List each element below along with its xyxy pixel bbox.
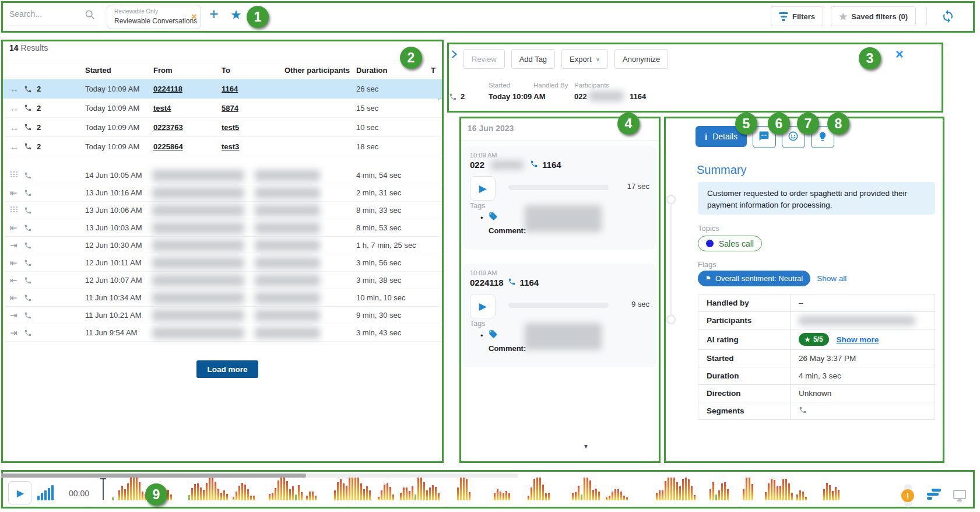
table-row[interactable]: ⇤ 13 Jun 10:16 AM 2 min, 31 sec (3, 184, 442, 202)
waveform-bar (301, 492, 303, 500)
cell-duration: 1 h, 7 min, 25 sec (356, 237, 416, 254)
column-header-duration[interactable]: Duration (356, 61, 387, 79)
table-row[interactable]: ⇤ 12 Jun 10:07 AM 3 min, 38 sec (3, 272, 442, 289)
tab-details-label: Details (712, 132, 737, 141)
divider-handle[interactable] (666, 195, 676, 204)
waveform-bar (575, 492, 577, 500)
export-button[interactable]: Export ∨ (561, 49, 608, 69)
table-row[interactable]: ↔ 2 Today 10:09 AMtest4 587415 sec (3, 99, 442, 118)
player-play-button[interactable]: ▶ (8, 481, 31, 504)
call-card[interactable]: 10:09 AM 0224118 1164 ▶ 9 sec Tags • Com… (463, 264, 656, 367)
table-row[interactable]: ⇤ 12 Jun 10:11 AM 3 min, 56 sec (3, 254, 442, 272)
waveform-bar-green (415, 495, 416, 500)
waveform-bar (400, 493, 402, 500)
phone-icon (24, 99, 32, 117)
divider-handle[interactable] (666, 315, 676, 324)
search-input[interactable]: Search... (9, 9, 98, 26)
favorite-star-icon[interactable]: ★ (230, 8, 242, 23)
volume-icon[interactable] (37, 485, 55, 500)
filters-button[interactable]: Filters (771, 6, 823, 26)
column-header-to[interactable]: To (222, 61, 230, 79)
segments-view-icon[interactable] (927, 489, 943, 502)
waveform-bar (533, 479, 535, 500)
direction-multi-icon (10, 205, 19, 215)
cell-to-blurred (255, 170, 320, 181)
waveform-bar (457, 488, 459, 500)
cell-from-link[interactable]: test4 (153, 99, 171, 117)
segment-count: 2 (37, 118, 41, 136)
waveform-bar (802, 492, 804, 500)
topics-label: Topics (698, 224, 719, 233)
call-progress-track[interactable] (508, 185, 609, 190)
cell-to-link[interactable]: test3 (222, 137, 239, 156)
add-filter-icon[interactable]: + (209, 5, 219, 23)
show-all-link[interactable]: Show all (817, 274, 846, 283)
waveform-bar (343, 483, 345, 500)
column-header-truncated[interactable]: T (431, 61, 435, 79)
column-header-started[interactable]: Started (85, 61, 111, 79)
waveform-bar (312, 492, 314, 500)
waveform-bar (275, 488, 276, 500)
waveform-bar (799, 490, 801, 500)
waveform-bar (133, 478, 135, 500)
waveform-bar (466, 479, 468, 500)
table-row[interactable]: ↔ 2 Today 10:09 AM0223763 test510 sec (3, 118, 442, 137)
call-card[interactable]: 10:09 AM 022 1164 ▶ 17 sec Tags • Commen… (463, 146, 656, 250)
table-row[interactable]: ⇥ 11 Jun 10:21 AM 9 min, 30 sec (3, 307, 442, 324)
tag-comment-blurred (525, 205, 602, 232)
table-row[interactable]: ↔ 2 Today 10:09 AM0225864 test318 sec (3, 137, 442, 156)
refresh-icon[interactable] (941, 9, 955, 25)
chip-clear-icon[interactable]: × (191, 11, 197, 23)
call-play-button[interactable]: ▶ (470, 176, 496, 201)
table-row[interactable]: ⇤ 13 Jun 10:03 AM 8 min, 53 sec (3, 219, 442, 237)
cell-to-link[interactable]: 1164 (222, 79, 238, 99)
collapse-arrow-icon[interactable]: ▼ (583, 443, 589, 450)
show-more-link[interactable]: Show more (837, 335, 879, 344)
column-header-other[interactable]: Other participants (284, 61, 350, 79)
cell-duration: 9 min, 30 sec (356, 307, 401, 324)
table-row[interactable]: ⇤ 11 Jun 10:34 AM 10 min, 10 sec (3, 289, 442, 307)
saved-filters-button[interactable]: ★ Saved filters (0) (831, 6, 916, 26)
call-progress-track[interactable] (508, 303, 609, 308)
waveform-bar (244, 485, 246, 500)
waveform-bar (292, 486, 294, 500)
add-tag-button[interactable]: Add Tag (511, 49, 555, 69)
waveform-bar (130, 478, 132, 500)
cell-from-link[interactable]: 0223763 (153, 118, 183, 136)
anonymize-button[interactable]: Anonymize (614, 49, 668, 69)
waveform[interactable] (107, 478, 886, 500)
expand-chevron-icon[interactable] (448, 48, 460, 62)
close-icon[interactable]: × (895, 47, 903, 62)
horizontal-scrollbar-thumb[interactable] (1, 474, 306, 478)
table-row[interactable]: ↔ 2 Today 10:09 AM0224118 116426 sec (3, 79, 442, 99)
table-row[interactable]: 14 Jun 10:05 AM 4 min, 54 sec (3, 167, 442, 184)
cell-duration: 2 min, 31 sec (356, 184, 401, 201)
waveform-bar (409, 491, 410, 500)
cell-from-link[interactable]: 0224118 (153, 79, 182, 99)
warning-icon[interactable]: ! (901, 489, 914, 502)
column-header-from[interactable]: From (153, 61, 173, 79)
phone-icon (24, 202, 32, 219)
table-row[interactable]: ⇥ 12 Jun 10:30 AM 1 h, 7 min, 25 sec (3, 237, 442, 254)
waveform-bar (286, 481, 288, 500)
cell-to-link[interactable]: 5874 (222, 99, 238, 117)
call-play-button[interactable]: ▶ (470, 294, 496, 318)
table-row[interactable]: ⇥ 11 Jun 9:54 AM 3 min, 43 sec (3, 324, 442, 342)
table-row[interactable]: 13 Jun 10:06 AM 8 min, 33 sec (3, 202, 442, 219)
details-table-row: DirectionUnknown (698, 385, 935, 402)
review-button[interactable]: Review (463, 49, 505, 69)
screen-share-icon[interactable] (953, 489, 967, 504)
cell-duration: 10 sec (356, 118, 378, 136)
cell-from-link[interactable]: 0225864 (153, 137, 183, 156)
waveform-bar (280, 478, 282, 500)
waveform-bar (500, 492, 501, 500)
load-more-button[interactable]: Load more (196, 360, 258, 378)
details-table-row: Duration4 min, 3 sec (698, 367, 935, 385)
cell-started: Today 10:09 AM (85, 99, 139, 117)
direction-outgoing-icon: ⇥ (10, 328, 17, 338)
details-table-label: Handled by (698, 294, 791, 311)
cell-to-link[interactable]: test5 (222, 118, 239, 136)
direction-incoming-icon: ⇤ (10, 275, 17, 286)
active-filter-chip[interactable]: Reviewable Only Reviewable Conversations… (107, 5, 201, 29)
details-table-label: Started (698, 350, 791, 367)
